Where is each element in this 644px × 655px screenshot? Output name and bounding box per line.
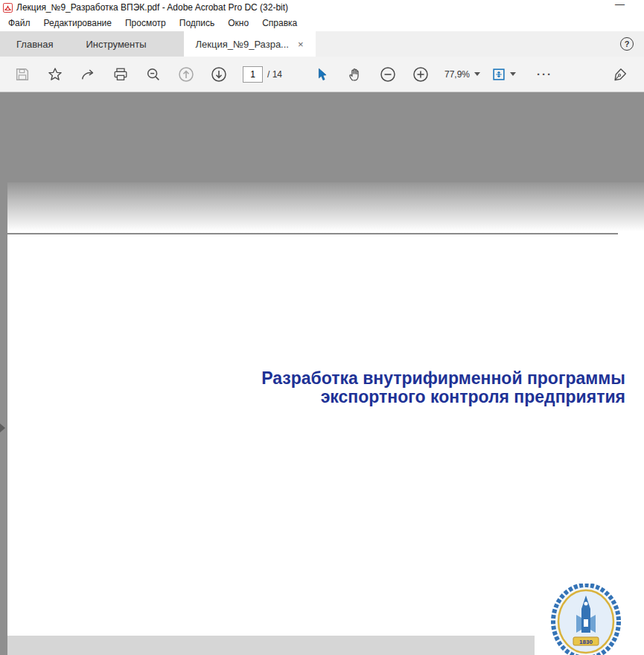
tab-document-label: Лекция_№9_Разра...: [196, 39, 289, 50]
menu-bar: Файл Редактирование Просмотр Подпись Окн…: [0, 15, 644, 31]
arrow-up-circle-icon: [177, 66, 195, 83]
slide-top-gradient: [7, 182, 644, 231]
previous-page-button[interactable]: [173, 62, 200, 87]
tab-home[interactable]: Главная: [0, 31, 69, 57]
slide-footer-band: [7, 636, 535, 655]
acrobat-pdf-icon: [3, 3, 13, 13]
next-page-button[interactable]: [205, 62, 232, 87]
pdf-page: Разработка внутрифирменной программы экс…: [7, 182, 644, 655]
document-viewport: Разработка внутрифирменной программы экс…: [0, 92, 644, 655]
minus-circle-icon: [379, 66, 397, 83]
menu-sign[interactable]: Подпись: [173, 16, 222, 31]
share-arrow-icon: [80, 66, 96, 83]
zoom-out-button[interactable]: [374, 62, 401, 87]
tab-document[interactable]: Лекция_№9_Разра... ×: [184, 31, 316, 57]
marquee-zoom-button[interactable]: [140, 62, 167, 87]
page-number-input[interactable]: [243, 66, 263, 83]
menu-view[interactable]: Просмотр: [118, 16, 173, 31]
close-icon[interactable]: ×: [298, 39, 304, 50]
tab-tools[interactable]: Инструменты: [69, 31, 162, 57]
tab-bar-filler: ?: [316, 31, 644, 57]
more-tools-button[interactable]: ···: [537, 68, 552, 80]
page-display-button[interactable]: [489, 62, 523, 87]
share-button[interactable]: [74, 62, 101, 87]
slide-title-line1: Разработка внутрифирменной программы: [261, 369, 625, 388]
slide-divider-line: [7, 233, 618, 234]
window-titlebar: Лекция_№9_Разработка ВПЭК.pdf - Adobe Ac…: [0, 0, 644, 15]
minimize-button[interactable]: —: [615, 0, 625, 10]
arrow-down-circle-icon: [210, 66, 228, 83]
select-arrow-icon: [314, 66, 331, 83]
university-emblem: 1830: [549, 584, 623, 655]
navigation-pane-handle[interactable]: [0, 420, 7, 436]
fill-sign-pen-button[interactable]: [607, 62, 634, 87]
zoom-in-button[interactable]: [407, 62, 434, 87]
star-tool-button[interactable]: [42, 62, 68, 87]
menu-file[interactable]: Файл: [1, 16, 37, 31]
slide-title-line2: экспортного контроля предприятия: [261, 388, 625, 406]
plus-circle-icon: [412, 66, 430, 83]
print-button[interactable]: [107, 62, 134, 87]
chevron-down-icon: [474, 72, 480, 76]
slide-title: Разработка внутрифирменной программы экс…: [261, 369, 625, 407]
star-icon: [47, 66, 63, 83]
menu-window[interactable]: Окно: [221, 16, 255, 31]
chevron-right-icon: [0, 424, 5, 432]
emblem-year-label: 1830: [579, 639, 593, 645]
zoom-level-dropdown[interactable]: 77,9%: [437, 69, 486, 80]
tab-bar: Главная Инструменты Лекция_№9_Разра... ×…: [0, 31, 644, 57]
menu-help[interactable]: Справка: [255, 16, 304, 31]
save-button[interactable]: [9, 62, 36, 87]
page-count-label: / 14: [267, 69, 282, 80]
printer-icon: [112, 66, 129, 83]
fit-page-icon: [491, 66, 507, 83]
help-icon[interactable]: ?: [620, 37, 634, 51]
main-toolbar: / 14: [0, 57, 644, 92]
pen-nib-icon: [612, 66, 628, 83]
chevron-down-icon: [510, 72, 516, 76]
hand-tool-button[interactable]: [342, 62, 369, 87]
window-title: Лекция_№9_Разработка ВПЭК.pdf - Adobe Ac…: [16, 2, 288, 13]
hand-icon: [347, 66, 363, 83]
save-icon: [14, 66, 31, 83]
menu-edit[interactable]: Редактирование: [37, 16, 118, 31]
magnifier-minus-icon: [145, 66, 162, 83]
select-tool-button[interactable]: [309, 62, 336, 87]
zoom-level-value: 77,9%: [444, 69, 470, 80]
